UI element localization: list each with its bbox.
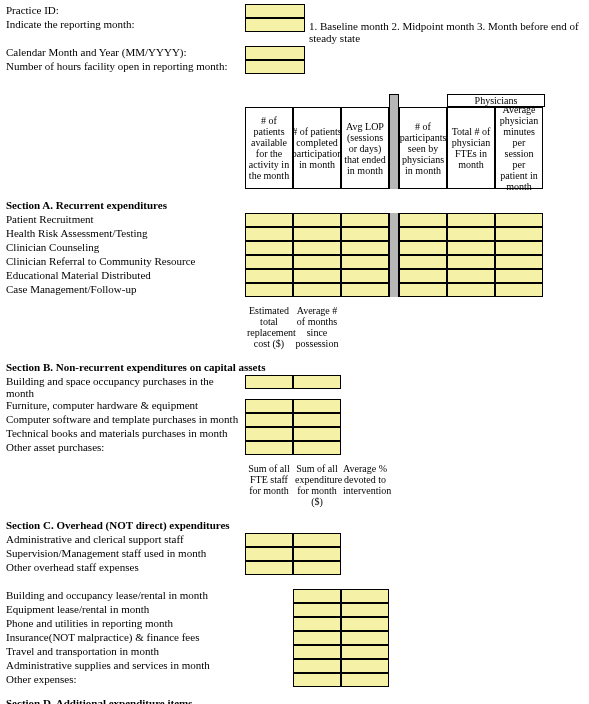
data-cell[interactable] [293, 603, 341, 617]
data-cell[interactable] [447, 255, 495, 269]
row-label: Building and occupancy lease/rental in m… [6, 589, 245, 603]
data-cell[interactable] [341, 631, 389, 645]
separator [389, 227, 399, 241]
section-b-title: Section B. Non-recurrent expenditures on… [6, 361, 589, 373]
data-cell[interactable] [293, 561, 341, 575]
data-cell[interactable] [341, 645, 389, 659]
data-cell[interactable] [399, 269, 447, 283]
data-cell[interactable] [245, 269, 293, 283]
data-cell[interactable] [399, 283, 447, 297]
practice-id-label: Practice ID: [6, 4, 245, 18]
data-cell[interactable] [495, 283, 543, 297]
data-cell[interactable] [447, 227, 495, 241]
row-label: Phone and utilities in reporting month [6, 617, 245, 631]
sectionB-hdr-2: Average # of months since possession [293, 303, 341, 351]
row-label: Building and space occupancy purchases i… [6, 375, 245, 399]
data-cell[interactable] [293, 631, 341, 645]
col-header-4: # of participants seen by physicians in … [399, 107, 447, 189]
data-cell[interactable] [293, 269, 341, 283]
hours-label: Number of hours facility open in reporti… [6, 60, 245, 74]
data-cell[interactable] [245, 413, 293, 427]
separator [389, 241, 399, 255]
col-header-2: # of patients completed participation in… [293, 107, 341, 189]
data-cell[interactable] [245, 399, 293, 413]
data-cell[interactable] [293, 441, 341, 455]
row-label: Patient Recruitment [6, 213, 245, 227]
data-cell[interactable] [245, 283, 293, 297]
data-cell[interactable] [293, 283, 341, 297]
row-label: Other expenses: [6, 673, 245, 687]
row-label: Travel and transportation in month [6, 645, 245, 659]
data-cell[interactable] [293, 659, 341, 673]
data-cell[interactable] [293, 427, 341, 441]
section-a-title: Section A. Recurrent expenditures [6, 199, 589, 211]
data-cell[interactable] [293, 375, 341, 389]
data-cell[interactable] [341, 255, 389, 269]
data-cell[interactable] [341, 673, 389, 687]
data-cell[interactable] [293, 413, 341, 427]
col-header-1: # of patients available for the activity… [245, 107, 293, 189]
data-cell[interactable] [495, 255, 543, 269]
row-label: Administrative and clerical support staf… [6, 533, 245, 547]
data-cell[interactable] [447, 283, 495, 297]
sectionC-hdr-2: Sum of all expenditure for month ($) [293, 461, 341, 509]
data-cell[interactable] [399, 227, 447, 241]
row-label: Other overhead staff expenses [6, 561, 245, 575]
data-cell[interactable] [341, 603, 389, 617]
data-cell[interactable] [245, 213, 293, 227]
data-cell[interactable] [341, 617, 389, 631]
data-cell[interactable] [341, 283, 389, 297]
data-cell[interactable] [495, 269, 543, 283]
data-cell[interactable] [293, 227, 341, 241]
row-label: Supervision/Management staff used in mon… [6, 547, 245, 561]
row-label: Administrative supplies and services in … [6, 659, 245, 673]
data-cell[interactable] [293, 645, 341, 659]
data-cell[interactable] [293, 673, 341, 687]
data-cell[interactable] [293, 589, 341, 603]
data-cell[interactable] [341, 241, 389, 255]
data-cell[interactable] [447, 269, 495, 283]
reporting-month-label: Indicate the reporting month: [6, 18, 245, 46]
data-cell[interactable] [399, 241, 447, 255]
data-cell[interactable] [293, 255, 341, 269]
data-cell[interactable] [341, 659, 389, 673]
data-cell[interactable] [293, 547, 341, 561]
row-label: Educational Material Distributed [6, 269, 245, 283]
row-label: Insurance(NOT malpractice) & finance fee… [6, 631, 245, 645]
data-cell[interactable] [447, 213, 495, 227]
row-label: Computer software and template purchases… [6, 413, 245, 427]
data-cell[interactable] [399, 255, 447, 269]
data-cell[interactable] [341, 269, 389, 283]
data-cell[interactable] [245, 427, 293, 441]
data-cell[interactable] [293, 533, 341, 547]
data-cell[interactable] [245, 533, 293, 547]
calendar-input[interactable] [245, 46, 305, 60]
data-cell[interactable] [399, 213, 447, 227]
hours-input[interactable] [245, 60, 305, 74]
data-cell[interactable] [341, 227, 389, 241]
data-cell[interactable] [245, 227, 293, 241]
data-cell[interactable] [293, 213, 341, 227]
data-cell[interactable] [245, 255, 293, 269]
data-cell[interactable] [245, 561, 293, 575]
data-cell[interactable] [495, 213, 543, 227]
data-cell[interactable] [245, 375, 293, 389]
sectionC-hdr-3: Average % devoted to intervention [341, 461, 389, 509]
data-cell[interactable] [293, 617, 341, 631]
data-cell[interactable] [341, 213, 389, 227]
data-cell[interactable] [245, 241, 293, 255]
data-cell[interactable] [293, 241, 341, 255]
data-cell[interactable] [495, 241, 543, 255]
reporting-month-input[interactable] [245, 18, 305, 32]
data-cell[interactable] [293, 399, 341, 413]
practice-id-input[interactable] [245, 4, 305, 18]
col-header-6: Average physician minutes per session pe… [495, 107, 543, 189]
row-label: Other asset purchases: [6, 441, 245, 455]
data-cell[interactable] [447, 241, 495, 255]
data-cell[interactable] [245, 441, 293, 455]
data-cell[interactable] [245, 547, 293, 561]
data-cell[interactable] [341, 589, 389, 603]
separator [389, 269, 399, 283]
section-d-title: Section D. Additional expenditure items [6, 697, 589, 704]
data-cell[interactable] [495, 227, 543, 241]
